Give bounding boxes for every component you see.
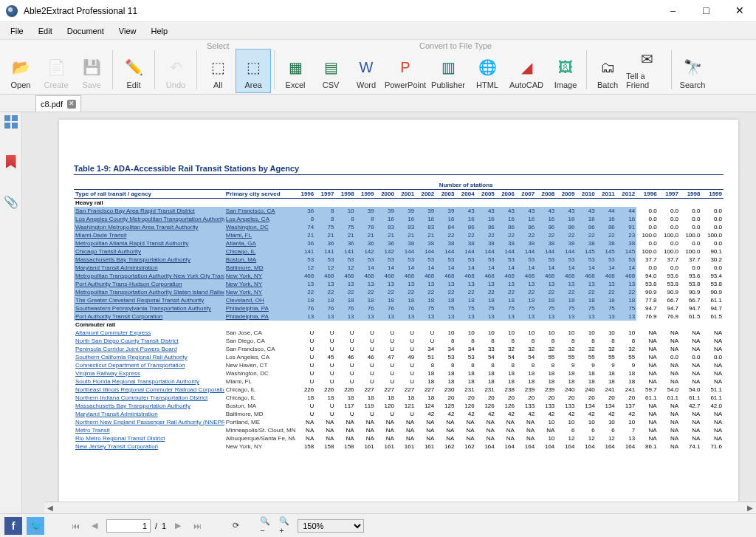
minimize-button[interactable]: –: [656, 0, 690, 22]
convert-publisher-button[interactable]: ▥Publisher: [427, 49, 470, 93]
last-page-button[interactable]: ⏭: [190, 519, 205, 533]
col-na-year: 1998: [680, 190, 701, 199]
convert-powerpoint-button[interactable]: PPowerPoint: [384, 49, 427, 93]
table-row: Northeast Illinois Regional Commuter Rai…: [74, 386, 724, 394]
table-row: Massachusetts Bay Transportation Authori…: [74, 402, 724, 410]
search-button[interactable]: 🔭Search: [675, 49, 710, 93]
header-number-of-stations: Number of stations: [295, 181, 636, 190]
col-year: 2002: [416, 190, 436, 199]
table-row: Metropolitan Transportation Authority St…: [74, 288, 724, 296]
undo-icon: ↶: [165, 57, 186, 78]
autocad-icon: ◢: [516, 57, 537, 78]
convert-autocad-button[interactable]: ◢AutoCAD: [505, 49, 548, 93]
table-row: Los Angeles County Metropolitan Transpor…: [74, 215, 724, 223]
scroll-right-icon[interactable]: ▶: [744, 502, 756, 513]
table-row: Massachusetts Bay Transportation Authori…: [74, 256, 724, 264]
batch-button[interactable]: 🗂Batch: [590, 49, 625, 93]
thumbnails-button[interactable]: [4, 115, 18, 129]
edit-button[interactable]: ✏️Edit: [116, 49, 151, 93]
menu-help[interactable]: Help: [144, 24, 176, 38]
tell-friend-button[interactable]: ✉Tell a Friend: [625, 49, 668, 93]
next-page-button[interactable]: ▶: [171, 519, 185, 533]
document-viewport[interactable]: Table 1-9: ADA-Accessible Rail Transit S…: [22, 112, 756, 513]
close-button[interactable]: ✕: [723, 0, 756, 22]
first-page-button[interactable]: ⏮: [68, 519, 83, 533]
col-year: 2006: [496, 190, 516, 199]
app-icon: [6, 5, 18, 17]
tab-close-icon[interactable]: ✕: [67, 100, 76, 109]
open-button[interactable]: 📂Open: [3, 49, 38, 93]
convert-csv-button[interactable]: ▤CSV: [313, 49, 348, 93]
col-year: 2011: [597, 190, 616, 199]
zoom-select[interactable]: 150%: [298, 519, 364, 533]
convert-image-button[interactable]: 🖼Image: [548, 49, 583, 93]
table-row: Port Authority Trans-Hudson CorporationN…: [74, 280, 724, 288]
convert-html-button[interactable]: 🌐HTML: [470, 49, 505, 93]
mail-icon: ✉: [636, 49, 657, 69]
batch-icon: 🗂: [597, 57, 618, 78]
table-row: Metro TransitMinneapolis/St. Cloud, MNNA…: [74, 426, 724, 434]
excel-icon: ▦: [285, 57, 306, 78]
col-year: 2012: [616, 190, 636, 199]
prev-page-button[interactable]: ◀: [87, 519, 102, 533]
zoom-out-button[interactable]: 🔍−: [259, 519, 274, 533]
powerpoint-icon: P: [395, 57, 416, 78]
html-icon: 🌐: [477, 57, 498, 78]
table-row: Metropolitan Transportation Authority Ne…: [74, 272, 724, 280]
word-icon: W: [356, 57, 377, 78]
scroll-left-icon[interactable]: ◀: [44, 502, 56, 513]
page-number-input[interactable]: [106, 519, 151, 533]
horizontal-scrollbar[interactable]: ◀ ▶: [44, 502, 756, 513]
menu-view[interactable]: View: [111, 24, 144, 38]
col-na-year: 1999: [701, 190, 724, 199]
create-button[interactable]: 📄Create: [38, 49, 74, 93]
col-year: 2003: [436, 190, 456, 199]
save-button[interactable]: 💾Save: [74, 49, 109, 93]
table-row: Virginia Railway ExpressWashington, DCUU…: [74, 369, 724, 377]
table-row: Connecticut Department of Transportation…: [74, 361, 724, 369]
convert-excel-button[interactable]: ▦Excel: [278, 49, 313, 93]
table-row: Peninsula Corridor Joint Powers BoardSan…: [74, 345, 724, 353]
statusbar: f 🐦 ⏮ ◀ / 1 ▶ ⏭ ⟳ 🔍− 🔍+ 150%: [0, 513, 756, 537]
col-year: 2001: [396, 190, 416, 199]
menu-edit[interactable]: Edit: [31, 24, 60, 38]
table-row: The Greater Cleveland Regional Transit A…: [74, 296, 724, 304]
publisher-icon: ▥: [438, 57, 458, 78]
titlebar: Able2Extract Professional 11 – □ ✕: [0, 0, 756, 22]
col-na-year: 1997: [659, 190, 680, 199]
zoom-in-button[interactable]: 🔍+: [278, 519, 293, 533]
table-row: Northern New England Passenger Rail Auth…: [74, 418, 724, 426]
table-row: Northern Indiana Commuter Transportation…: [74, 394, 724, 402]
undo-button[interactable]: ↶Undo: [158, 49, 193, 93]
table-row: Maryland Transit AdministrationBaltimore…: [74, 264, 724, 272]
menu-file[interactable]: File: [3, 24, 31, 38]
col-year: 1996: [295, 190, 315, 199]
facebook-button[interactable]: f: [4, 517, 22, 535]
col-year: 2008: [536, 190, 556, 199]
document-new-icon: 📄: [46, 57, 66, 78]
bookmark-icon[interactable]: [6, 155, 16, 168]
maximize-button[interactable]: □: [690, 0, 723, 22]
menubar: File Edit Document View Help: [0, 22, 756, 40]
table-row: New Jersey Transit CorporationNew York, …: [74, 442, 724, 451]
attachment-icon[interactable]: 📎: [4, 195, 18, 209]
menu-document[interactable]: Document: [60, 24, 111, 38]
save-icon: 💾: [81, 57, 102, 78]
table-row: North San Diego County Transit DistrictS…: [74, 337, 724, 345]
group-header: Heavy rail: [74, 199, 724, 208]
table-row: San Francisco Bay Area Rapid Transit Dis…: [74, 207, 724, 215]
table-title: Table 1-9: ADA-Accessible Rail Transit S…: [74, 164, 724, 175]
col-agency: Type of rail transit / agency: [74, 190, 224, 199]
group-header: Commuter rail: [74, 321, 724, 329]
select-all-button[interactable]: ⬚All: [200, 49, 236, 93]
tab-label: c8.pdf: [41, 100, 63, 109]
document-tab[interactable]: c8.pdf ✕: [35, 95, 81, 112]
convert-word-button[interactable]: WWord: [348, 49, 384, 93]
twitter-button[interactable]: 🐦: [27, 517, 44, 535]
rotate-button[interactable]: ⟳: [228, 519, 243, 533]
select-area-button[interactable]: ⬚Area: [236, 49, 271, 93]
left-sidebar: 📎: [0, 112, 22, 513]
image-icon: 🖼: [555, 57, 576, 78]
table-row: Chicago Transit AuthorityChicago, IL1411…: [74, 247, 724, 256]
col-year: 2000: [376, 190, 396, 199]
